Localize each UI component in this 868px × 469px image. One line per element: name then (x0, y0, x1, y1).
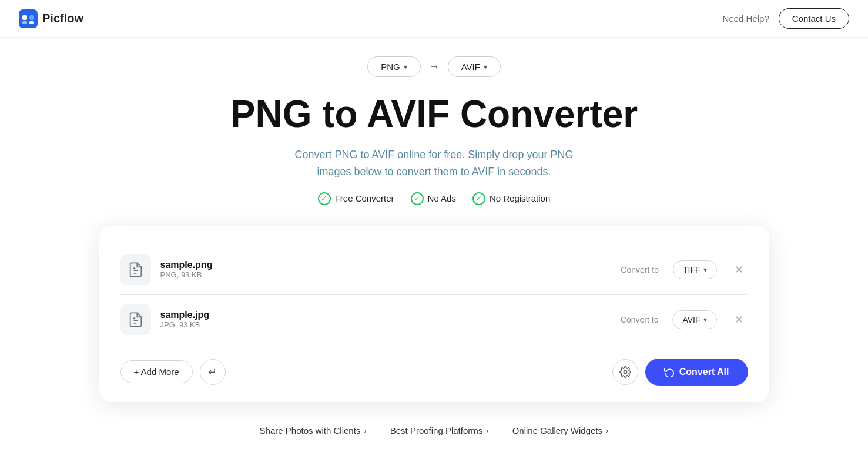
svg-point-6 (133, 317, 135, 320)
return-button[interactable]: ↵ (200, 359, 226, 385)
file-meta-2: JPG, 93 KB (160, 320, 611, 329)
bottom-left: + Add More ↵ (120, 359, 226, 385)
converter-box: sample.png PNG, 93 KB Convert to TIFF ▾ … (99, 226, 769, 402)
logo-text: Picflow (42, 12, 83, 25)
convert-chevron-2: ▾ (703, 316, 707, 324)
arrow-icon: → (429, 61, 440, 73)
add-more-button[interactable]: + Add More (120, 360, 193, 383)
svg-rect-2 (29, 15, 34, 20)
feature-free-label: Free Converter (335, 193, 394, 203)
convert-all-label: Convert All (679, 367, 729, 377)
header: Picflow Need Help? Contact Us (0, 0, 868, 38)
convert-to-label-1: Convert to (621, 265, 659, 274)
file-icon-1 (128, 262, 144, 278)
convert-format-button-2[interactable]: AVIF ▾ (672, 310, 716, 329)
footer-link-gallery-label: Online Gallery Widgets (512, 426, 602, 436)
feature-reg-label: No Registration (490, 193, 550, 203)
settings-button[interactable] (612, 359, 638, 385)
footer-chevron-3: › (606, 426, 608, 435)
footer-link-proofing-label: Best Proofing Platforms (390, 426, 483, 436)
footer-links: Share Photos with Clients › Best Proofin… (260, 426, 609, 436)
target-format-label: AVIF (461, 62, 480, 72)
svg-rect-0 (19, 9, 38, 28)
file-row-2: sample.jpg JPG, 93 KB Convert to AVIF ▾ … (120, 294, 748, 344)
convert-chevron-1: ▾ (703, 266, 707, 274)
feature-free-converter: ✓ Free Converter (318, 192, 394, 205)
svg-rect-3 (22, 21, 27, 24)
file-icon-2 (128, 311, 144, 328)
remove-file-1-button[interactable]: ✕ (730, 261, 748, 279)
svg-rect-1 (22, 15, 27, 20)
convert-format-label-2: AVIF (682, 315, 700, 324)
footer-link-share-label: Share Photos with Clients (260, 426, 361, 436)
bottom-right: Convert All (612, 359, 748, 386)
file-name-2: sample.jpg (160, 310, 611, 320)
convert-format-button-1[interactable]: TIFF ▾ (673, 260, 717, 279)
convert-to-label-2: Convert to (621, 315, 659, 324)
feature-no-ads: ✓ No Ads (411, 192, 456, 205)
footer-chevron-2: › (486, 426, 488, 435)
file-icon-box-1 (120, 254, 151, 285)
features-list: ✓ Free Converter ✓ No Ads ✓ No Registrat… (318, 192, 551, 205)
file-icon-box-2 (120, 304, 151, 335)
source-format-label: PNG (381, 62, 400, 72)
gear-icon (619, 366, 631, 378)
convert-all-button[interactable]: Convert All (645, 359, 748, 386)
file-info-2: sample.jpg JPG, 93 KB (160, 310, 611, 329)
logo-icon (19, 9, 38, 28)
main-content: PNG ▾ → AVIF ▾ PNG to AVIF Converter Con… (0, 38, 868, 459)
source-format-button[interactable]: PNG ▾ (367, 56, 421, 77)
need-help-text: Need Help? (723, 14, 769, 24)
remove-file-2-button[interactable]: ✕ (730, 311, 748, 329)
logo[interactable]: Picflow (19, 9, 83, 28)
footer-link-share[interactable]: Share Photos with Clients › (260, 426, 367, 436)
feature-no-registration: ✓ No Registration (472, 192, 550, 205)
header-right: Need Help? Contact Us (723, 8, 849, 29)
footer-chevron-1: › (364, 426, 366, 435)
bottom-bar: + Add More ↵ Convert All (120, 359, 748, 386)
convert-icon (664, 367, 675, 377)
target-format-button[interactable]: AVIF ▾ (448, 56, 501, 77)
file-meta-1: PNG, 93 KB (160, 270, 612, 279)
feature-ads-label: No Ads (428, 193, 456, 203)
svg-point-5 (133, 267, 135, 270)
page-title: PNG to AVIF Converter (230, 93, 638, 135)
file-name-1: sample.png (160, 260, 612, 270)
footer-link-gallery[interactable]: Online Gallery Widgets › (512, 426, 609, 436)
check-icon-free: ✓ (318, 192, 331, 205)
file-info-1: sample.png PNG, 93 KB (160, 260, 612, 279)
svg-point-7 (624, 370, 626, 373)
format-selector: PNG ▾ → AVIF ▾ (367, 56, 501, 77)
page-subtitle: Convert PNG to AVIF online for free. Sim… (295, 146, 574, 180)
source-chevron-icon: ▾ (404, 63, 407, 71)
check-icon-ads: ✓ (411, 192, 424, 205)
check-icon-reg: ✓ (472, 192, 485, 205)
contact-button[interactable]: Contact Us (779, 8, 849, 29)
footer-link-proofing[interactable]: Best Proofing Platforms › (390, 426, 489, 436)
svg-rect-4 (29, 21, 34, 24)
convert-format-label-1: TIFF (683, 265, 701, 274)
target-chevron-icon: ▾ (484, 63, 487, 71)
file-row-1: sample.png PNG, 93 KB Convert to TIFF ▾ … (120, 245, 748, 294)
